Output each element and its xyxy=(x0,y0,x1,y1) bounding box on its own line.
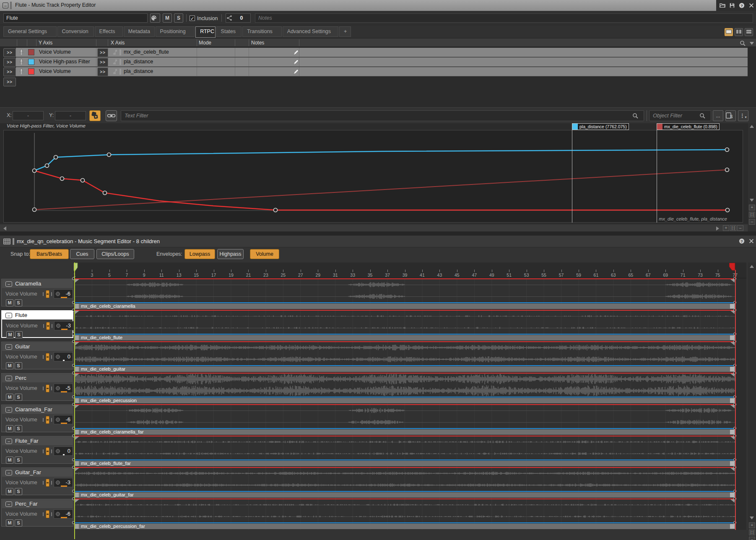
rtpc-curve[interactable] xyxy=(34,171,727,210)
voice-volume-fader[interactable] xyxy=(42,510,53,519)
track-solo-button[interactable]: S xyxy=(15,394,22,401)
snap-points-toggle[interactable] xyxy=(89,110,101,121)
curve-point[interactable] xyxy=(725,148,729,152)
track-solo-button[interactable]: S xyxy=(15,457,22,464)
pin-icon[interactable] xyxy=(18,68,24,75)
window-dock-icon[interactable]: ↔ xyxy=(3,3,8,8)
voice-volume-value-box[interactable]: -3 xyxy=(54,478,73,487)
track-name-input[interactable]: Flute xyxy=(3,13,148,23)
curve-point[interactable] xyxy=(103,191,107,195)
tab-conversion[interactable]: Conversion xyxy=(57,26,94,37)
pin-icon[interactable] xyxy=(18,49,24,56)
track-solo-button[interactable]: S xyxy=(15,362,22,369)
tab-positioning[interactable]: Positioning xyxy=(156,26,195,37)
highpass-envelope-line[interactable] xyxy=(75,302,735,303)
expand-x-button[interactable]: >> xyxy=(97,48,108,57)
scroll-left-icon[interactable] xyxy=(3,226,6,231)
expand-row-button[interactable]: >> xyxy=(3,48,16,57)
clip-right-handle[interactable] xyxy=(730,398,735,403)
clip-left-handle[interactable] xyxy=(75,493,79,497)
voice-volume-value-box[interactable]: -6 xyxy=(54,289,73,299)
curve-point[interactable] xyxy=(45,164,49,168)
lower-close-icon[interactable] xyxy=(748,238,754,244)
curve-point[interactable] xyxy=(54,156,58,159)
clip-left-handle[interactable] xyxy=(75,461,79,466)
add-rtpc-button[interactable]: >> xyxy=(3,78,16,86)
highpass-envelope-line[interactable] xyxy=(75,334,735,335)
track-name-row[interactable]: ↔Flute_Far xyxy=(2,437,73,445)
tab-rtpc[interactable]: RTPC xyxy=(195,26,215,38)
expand-row-button[interactable]: >> xyxy=(3,58,16,67)
track-mute-button[interactable]: M xyxy=(6,331,14,338)
segment-scroll-up-icon[interactable] xyxy=(750,265,754,268)
graph-cursor-line[interactable] xyxy=(572,130,572,223)
rtpc-row[interactable]: Voice High-pass Filterpla_distance xyxy=(16,57,748,67)
clip-left-handle[interactable] xyxy=(75,304,79,309)
voice-volume-value-box[interactable]: -6 xyxy=(54,509,73,519)
clip-right-handle[interactable] xyxy=(730,493,735,497)
clip-bar[interactable]: mx_die_celeb_percussion_far xyxy=(75,524,735,529)
layout-rows-button[interactable] xyxy=(745,28,753,36)
voice-volume-value-box[interactable]: 0 xyxy=(54,447,73,456)
expand-x-button[interactable]: >> xyxy=(97,58,108,67)
clip-bar[interactable]: mx_die_celeb_percussion xyxy=(75,398,735,403)
lowpass-button[interactable]: Lowpass xyxy=(184,249,215,259)
track-header-flute_far[interactable]: ↔Flute_FarVoice Volume0MS xyxy=(1,436,73,464)
curve-point[interactable] xyxy=(107,153,111,157)
layout-columns-button[interactable] xyxy=(735,28,743,36)
clip-bar[interactable]: mx_die_celeb_flute xyxy=(75,335,735,340)
track-header-perc_far[interactable]: ↔Perc_FarVoice Volume-6MS xyxy=(1,499,73,527)
graph-cursor-line[interactable] xyxy=(657,130,657,223)
highpass-envelope-line[interactable] xyxy=(75,397,735,397)
tab-states[interactable]: States xyxy=(216,26,242,37)
voice-volume-fader[interactable] xyxy=(42,353,53,361)
highpass-envelope-line[interactable] xyxy=(75,460,735,460)
curve-point[interactable] xyxy=(274,208,278,212)
segment-end-line[interactable] xyxy=(735,270,736,530)
volume-button[interactable]: Volume xyxy=(250,249,279,259)
menu-button[interactable]: ⋮▾ xyxy=(738,110,748,121)
track-header-ciaramella_far[interactable]: ↔Ciaramella_FarVoice Volume-6MS xyxy=(1,405,73,432)
bars-beats-button[interactable]: Bars/Beats xyxy=(30,249,69,259)
track-header-ciaramella[interactable]: ↔CiaramellaVoice Volume-6MS xyxy=(1,279,73,306)
open-folder-icon[interactable] xyxy=(720,3,725,8)
titlebar-drag-handle[interactable] xyxy=(10,2,12,9)
volume-envelope-line[interactable] xyxy=(75,278,735,279)
voice-volume-value-box[interactable]: -5 xyxy=(54,384,73,393)
track-mute-button[interactable]: M xyxy=(6,394,13,401)
edit-notes-icon[interactable] xyxy=(293,49,299,56)
clip-left-handle[interactable] xyxy=(75,335,79,340)
track-solo-button[interactable]: S xyxy=(15,519,22,527)
track-mute-button[interactable]: M xyxy=(6,425,13,432)
track-name-row[interactable]: ↔Guitar_Far xyxy=(2,468,73,477)
y-coord-input[interactable]: - xyxy=(55,111,86,120)
segment-scroll-down-icon[interactable] xyxy=(750,517,754,519)
clip-left-handle[interactable] xyxy=(75,430,79,434)
graph-cursor-label[interactable]: pla_distance (7762.075) xyxy=(572,123,629,130)
tab--[interactable]: + xyxy=(339,26,351,37)
color-palette-button[interactable] xyxy=(150,13,160,23)
graph-zoom-out-v[interactable]: – xyxy=(749,219,755,225)
more-options-button[interactable]: ... xyxy=(713,110,723,121)
volume-envelope-line[interactable] xyxy=(75,467,735,468)
voice-volume-value-box[interactable]: -3 xyxy=(54,321,73,330)
edit-notes-icon[interactable] xyxy=(293,68,299,75)
inclusion-checkbox[interactable]: ✓ xyxy=(190,16,195,21)
graph-zoom-out-h[interactable]: – xyxy=(737,225,743,231)
volume-envelope-line[interactable] xyxy=(75,498,735,499)
track-solo-button[interactable]: S xyxy=(15,299,22,306)
close-icon[interactable] xyxy=(748,3,754,8)
clip-right-handle[interactable] xyxy=(730,524,735,529)
scroll-up-icon[interactable] xyxy=(750,125,754,128)
notes-input[interactable]: Notes xyxy=(255,13,753,23)
rtpc-plot[interactable] xyxy=(3,130,743,223)
lower-help-icon[interactable]: ? xyxy=(739,238,745,244)
curve-point[interactable] xyxy=(725,168,729,172)
voice-volume-value-box[interactable]: 0 xyxy=(54,352,73,361)
volume-envelope-line[interactable] xyxy=(75,436,735,436)
expand-row-button[interactable]: >> xyxy=(3,68,16,76)
track-mute-button[interactable]: M xyxy=(6,299,13,306)
track-header-guitar[interactable]: ↔GuitarVoice Volume0MS xyxy=(1,342,73,369)
expand-x-button[interactable]: >> xyxy=(97,68,108,76)
y-axis-name[interactable]: Voice High-pass Filter xyxy=(39,59,90,65)
